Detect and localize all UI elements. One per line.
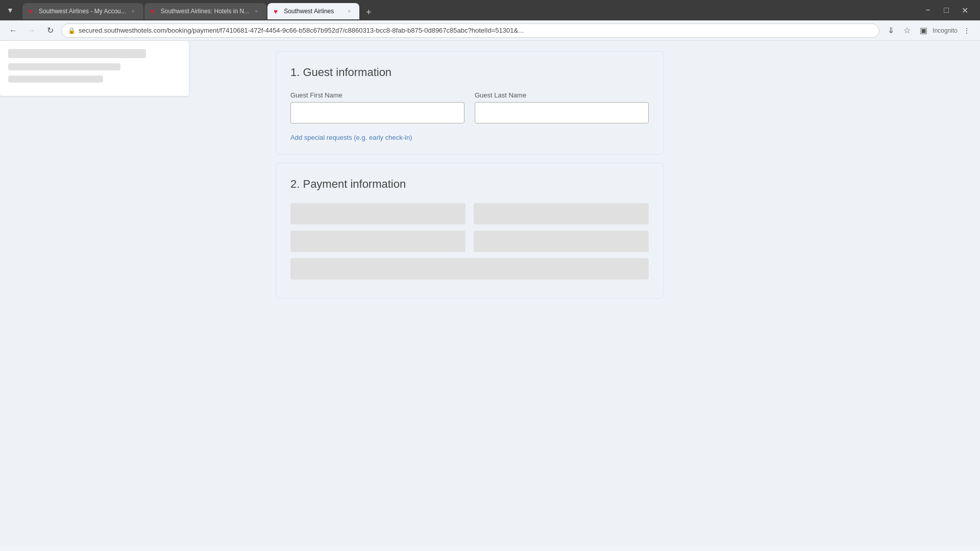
minimize-button[interactable]: −	[921, 3, 935, 17]
first-name-group: Guest First Name	[290, 91, 464, 123]
address-bar[interactable]: 🔒 secured.southwesthotels.com/booking/pa…	[61, 23, 879, 38]
guest-info-title: 1. Guest information	[290, 66, 649, 79]
maximize-button[interactable]: □	[939, 3, 953, 17]
browser-chrome: ▼ ♥ Southwest Airlines - My Accou... × ♥…	[0, 0, 980, 41]
lock-icon: 🔒	[68, 27, 76, 34]
tab-1-close[interactable]: ×	[129, 7, 137, 15]
tab-3-favicon: ♥	[274, 8, 281, 15]
nav-actions: ⇓ ☆ ▣ Incognito ⋮	[884, 23, 974, 38]
back-button[interactable]: ←	[6, 23, 20, 38]
title-bar: ▼ ♥ Southwest Airlines - My Accou... × ♥…	[0, 0, 980, 20]
last-name-input[interactable]	[475, 102, 649, 123]
new-tab-button[interactable]: +	[361, 5, 376, 19]
payment-skeleton-row-1	[290, 203, 649, 224]
payment-info-section: 2. Payment information	[276, 163, 664, 298]
url-text: secured.southwesthotels.com/booking/paym…	[79, 27, 873, 34]
tab-3-close[interactable]: ×	[345, 7, 353, 15]
window-controls: − □ ✕	[921, 3, 972, 17]
special-requests-link[interactable]: Add special requests (e.g. early check-i…	[290, 134, 412, 141]
tab-2-close[interactable]: ×	[252, 7, 260, 15]
incognito-badge: Incognito	[933, 27, 958, 34]
left-panel-card	[0, 41, 189, 96]
reload-button[interactable]: ↻	[43, 23, 57, 38]
close-button[interactable]: ✕	[958, 3, 972, 17]
payment-skeleton-2a	[290, 231, 465, 252]
tab-1[interactable]: ♥ Southwest Airlines - My Accou... ×	[22, 3, 143, 19]
tab-1-title: Southwest Airlines - My Accou...	[39, 8, 126, 15]
payment-skeleton-1a	[290, 203, 465, 224]
main-content: 1. Guest information Guest First Name Gu…	[265, 41, 674, 317]
tab-3[interactable]: ♥ Southwest Airlines ×	[267, 3, 359, 19]
last-name-group: Guest Last Name	[475, 91, 649, 123]
skeleton-3	[8, 76, 103, 83]
forward-button[interactable]: →	[24, 23, 39, 38]
tab-2[interactable]: ♥ Southwest Airlines: Hotels in N... ×	[144, 3, 266, 19]
name-fields-row: Guest First Name Guest Last Name	[290, 91, 649, 123]
first-name-input[interactable]	[290, 102, 464, 123]
profile-button[interactable]: ▣	[916, 23, 930, 38]
download-button[interactable]: ⇓	[884, 23, 898, 38]
payment-skeleton-1b	[474, 203, 649, 224]
payment-info-title: 2. Payment information	[290, 178, 649, 191]
page-content: 1. Guest information Guest First Name Gu…	[0, 41, 980, 546]
bookmark-button[interactable]: ☆	[900, 23, 914, 38]
payment-skeleton-3a	[290, 258, 649, 280]
first-name-label: Guest First Name	[290, 91, 464, 99]
menu-button[interactable]: ⋮	[960, 23, 974, 38]
tab-2-title: Southwest Airlines: Hotels in N...	[161, 8, 249, 15]
tabs-container: ♥ Southwest Airlines - My Accou... × ♥ S…	[18, 1, 919, 19]
tab-2-favicon: ♥	[151, 8, 158, 15]
payment-skeleton-row-2	[290, 231, 649, 252]
nav-bar: ← → ↻ 🔒 secured.southwesthotels.com/book…	[0, 20, 980, 41]
payment-skeleton-row-3	[290, 258, 649, 280]
last-name-label: Guest Last Name	[475, 91, 649, 99]
skeleton-1	[8, 49, 146, 58]
payment-skeleton-2b	[474, 231, 649, 252]
tab-history-button[interactable]: ▼	[4, 4, 16, 16]
tab-3-title: Southwest Airlines	[284, 8, 342, 15]
skeleton-2	[8, 63, 120, 70]
tab-1-favicon: ♥	[29, 8, 36, 15]
guest-info-section: 1. Guest information Guest First Name Gu…	[276, 51, 664, 155]
